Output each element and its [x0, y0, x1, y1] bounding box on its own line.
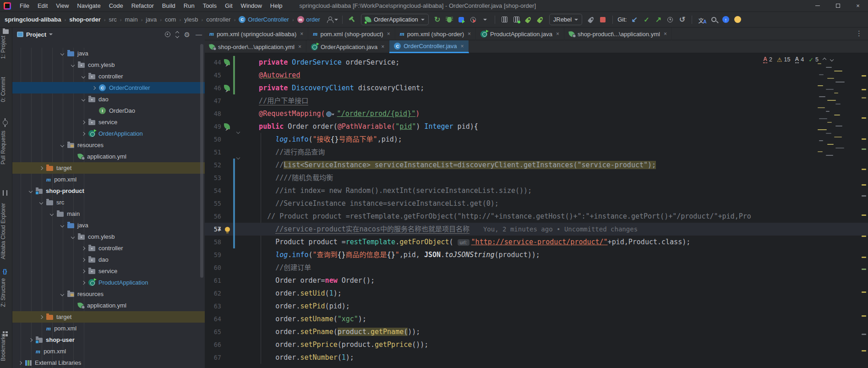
tree-item-pom-xml[interactable]: mpom.xml [12, 174, 205, 185]
line-number[interactable]: 50 [205, 133, 221, 146]
line-number[interactable]: 52 [205, 159, 221, 171]
gear-icon[interactable]: ⚙ [184, 31, 190, 38]
line-number[interactable]: 46 [205, 82, 221, 94]
tree-item-service[interactable]: service [12, 116, 205, 128]
tree-item-ordercontroller[interactable]: COrderController [12, 82, 205, 93]
chevron-down-icon[interactable] [29, 189, 33, 192]
line-number[interactable]: 58 [205, 236, 221, 248]
vcs-change-bar[interactable] [233, 223, 235, 236]
line-number[interactable]: 55 [205, 197, 221, 210]
tree-item-target[interactable]: target [12, 311, 205, 323]
chevron-down-icon[interactable] [82, 97, 85, 101]
tree-item-resources[interactable]: resources [12, 288, 205, 300]
close-icon[interactable]: × [664, 31, 667, 37]
sidebar-item-bookmarks[interactable]: Bookmarks [0, 334, 12, 361]
line-number[interactable]: 44 [205, 56, 221, 69]
tree-item-productapplication[interactable]: ProductApplication [12, 277, 205, 288]
sidebar-item-commit[interactable]: 0: Commit [0, 77, 12, 102]
close-icon[interactable]: × [300, 31, 303, 37]
chevron-down-icon[interactable] [71, 63, 75, 66]
project-scrollbar[interactable] [200, 44, 203, 278]
breadcrumb-item[interactable]: COrderController [239, 16, 289, 23]
menu-edit[interactable]: Edit [33, 0, 52, 12]
menu-code[interactable]: Code [105, 0, 127, 12]
chevron-right-icon[interactable] [82, 269, 85, 273]
rerun-button[interactable]: ↻ [431, 14, 443, 25]
tree-item-service[interactable]: service [12, 265, 205, 277]
vcs-change-bar[interactable] [233, 184, 235, 197]
vcs-change-bar[interactable] [233, 210, 235, 223]
chevron-right-icon[interactable] [82, 280, 85, 284]
spring-bean-gutter-icon[interactable] [224, 59, 230, 65]
line-number[interactable]: 54 [205, 184, 221, 197]
sidebar-item-alibabacloudexplorer[interactable]: Alibaba Cloud Explorer [0, 203, 12, 259]
line-number[interactable]: 51 [205, 146, 221, 159]
menu-file[interactable]: File [16, 0, 33, 12]
jrebel-debug-button[interactable] [535, 14, 546, 25]
intention-bulb-icon[interactable] [225, 226, 230, 231]
tab-ordercontroller-java[interactable]: COrderController.java× [389, 40, 469, 53]
project-panel-title[interactable]: Project [26, 31, 46, 38]
chevron-down-icon[interactable] [71, 235, 75, 238]
line-number[interactable]: 63 [205, 300, 221, 313]
tab-pom-xml--shop-order-[interactable]: mpom.xml (shop-order)× [395, 27, 476, 40]
tree-item-main[interactable]: main [12, 208, 205, 220]
breadcrumb-item[interactable]: ylesb [184, 16, 198, 23]
hide-panel-icon[interactable]: — [196, 31, 202, 38]
line-number[interactable]: 45 [205, 69, 221, 82]
line-number[interactable]: 67 [205, 351, 221, 364]
tab-options-icon[interactable]: ⋮ [850, 27, 868, 40]
tree-item-dao[interactable]: dao [12, 93, 205, 105]
tab-orderapplication-java[interactable]: OrderApplication.java× [306, 40, 389, 53]
code-editor[interactable]: A2 ⚠15 A4 ✓5 44private OrderService orde… [205, 53, 868, 368]
tree-item-orderapplication[interactable]: OrderApplication [12, 128, 205, 139]
more-run-options-button[interactable] [479, 14, 491, 25]
chevron-right-icon[interactable] [18, 361, 22, 364]
tree-item-target[interactable]: target [12, 162, 205, 174]
menu-help[interactable]: Help [266, 0, 287, 12]
chevron-right-icon[interactable] [82, 258, 85, 261]
breadcrumb-item[interactable]: src [109, 16, 116, 23]
vcs-change-bar[interactable] [233, 69, 235, 82]
menu-view[interactable]: View [52, 0, 73, 12]
menu-git[interactable]: Git [221, 0, 237, 12]
line-number[interactable]: 47 [205, 94, 221, 107]
chevron-right-icon[interactable] [82, 246, 85, 250]
tree-item-java[interactable]: java [12, 220, 205, 231]
line-number[interactable]: 65 [205, 325, 221, 338]
git-update-button[interactable]: ↙ [628, 14, 640, 25]
chevron-down-icon[interactable] [60, 143, 64, 147]
services-add-button[interactable] [511, 14, 523, 25]
translate-button[interactable]: 文A [696, 14, 708, 25]
close-icon[interactable]: × [468, 31, 471, 37]
user-account-button[interactable] [327, 14, 338, 25]
tree-item-dao[interactable]: dao [12, 254, 205, 265]
tab-productapplication-java[interactable]: ProductApplication.java× [476, 27, 564, 40]
commit-icon[interactable] [3, 120, 8, 125]
breadcrumb-item[interactable]: springcloud-alibaba [5, 16, 61, 23]
tree-item-application-yml[interactable]: application.yml [12, 300, 205, 311]
chevron-right-icon[interactable] [39, 166, 43, 170]
breadcrumb-item[interactable]: com [165, 16, 176, 23]
line-number[interactable]: 60 [205, 261, 221, 274]
locate-file-icon[interactable] [165, 32, 170, 37]
vcs-change-bar[interactable] [233, 197, 235, 210]
chevron-right-icon[interactable] [39, 315, 43, 319]
sidebar-item-pullrequests[interactable]: Pull Requests [0, 131, 12, 165]
vcs-change-bar[interactable] [233, 82, 235, 94]
tab-shop-product-----application-yml[interactable]: shop-product\...\application.yml× [564, 27, 672, 40]
minimize-button[interactable] [808, 0, 828, 11]
line-number[interactable]: 59 [205, 248, 221, 261]
close-button[interactable]: × [848, 0, 868, 11]
vcs-change-bar[interactable] [233, 171, 235, 184]
line-number[interactable]: 48 [205, 107, 221, 120]
tree-item-shop-user[interactable]: shop-user [12, 334, 205, 346]
tree-item-controller[interactable]: controller [12, 71, 205, 82]
chevron-down-icon[interactable] [60, 292, 64, 296]
menu-tools[interactable]: Tools [199, 0, 221, 12]
spring-bean-gutter-icon[interactable] [224, 85, 230, 91]
menu-run[interactable]: Run [180, 0, 199, 12]
code-with-me-button[interactable]: ↑ [720, 14, 732, 25]
line-number[interactable]: 56 [205, 210, 221, 223]
sidebar-item-project[interactable]: 1: Project [0, 36, 12, 59]
